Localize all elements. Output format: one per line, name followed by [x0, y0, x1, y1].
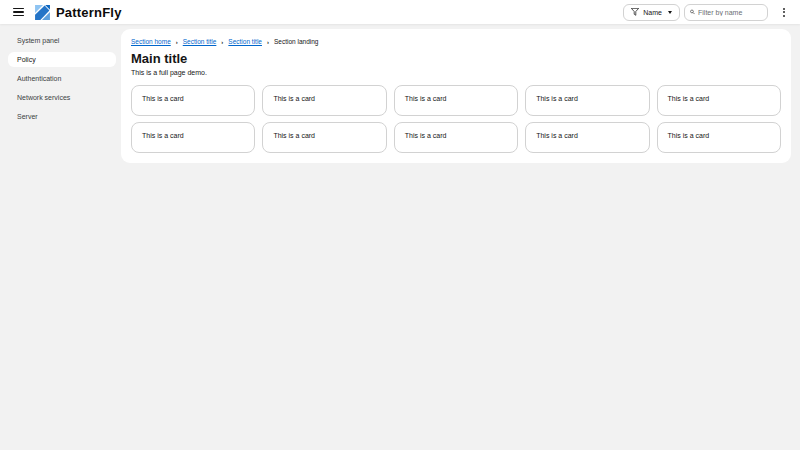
breadcrumb-separator-icon: › — [267, 39, 269, 45]
sidebar-item-authentication[interactable]: Authentication — [0, 69, 116, 88]
sidebar-item-policy[interactable]: Policy — [8, 52, 116, 67]
search-field — [684, 4, 768, 21]
breadcrumb-link-section-title-2[interactable]: Section title — [228, 38, 262, 45]
kebab-menu-button[interactable] — [780, 5, 788, 20]
sidebar-item-server[interactable]: Server — [0, 107, 116, 126]
caret-down-icon — [668, 11, 672, 14]
card: This is a card — [262, 85, 386, 116]
sidebar-item-system-panel[interactable]: System panel — [0, 31, 116, 50]
card-grid: This is a card This is a card This is a … — [131, 85, 781, 153]
breadcrumb: Section home › Section title › Section t… — [131, 37, 781, 46]
card-text: This is a card — [668, 132, 710, 139]
card: This is a card — [525, 85, 649, 116]
brand-title: PatternFly — [56, 5, 122, 20]
filter-dropdown-label: Name — [643, 9, 662, 16]
card: This is a card — [131, 122, 255, 153]
sidebar-item-label: Authentication — [17, 75, 61, 82]
sidebar-item-network-services[interactable]: Network services — [0, 88, 116, 107]
search-icon — [690, 8, 695, 16]
sidebar-item-label: System panel — [17, 37, 59, 44]
filter-funnel-icon — [631, 8, 639, 16]
card: This is a card — [525, 122, 649, 153]
breadcrumb-link-section-title-1[interactable]: Section title — [183, 38, 217, 45]
card-text: This is a card — [405, 132, 447, 139]
card: This is a card — [394, 85, 518, 116]
filter-dropdown-button[interactable]: Name — [623, 4, 680, 21]
page-title: Main title — [131, 51, 781, 66]
breadcrumb-separator-icon: › — [176, 39, 178, 45]
card-text: This is a card — [536, 132, 578, 139]
nav-toggle-button[interactable] — [11, 5, 26, 20]
search-input[interactable] — [698, 9, 762, 16]
card: This is a card — [262, 122, 386, 153]
masthead-brand-group: PatternFly — [11, 4, 122, 21]
sidebar-item-label: Server — [17, 113, 38, 120]
hamburger-icon — [13, 8, 24, 9]
breadcrumb-current-item: Section landing — [274, 38, 318, 45]
masthead: PatternFly Name — [0, 0, 800, 24]
sidebar-item-label: Network services — [17, 94, 70, 101]
sidebar-item-label: Policy — [17, 56, 36, 63]
sidebar-nav: System panel Policy Authentication Netwo… — [0, 24, 121, 450]
breadcrumb-link-section-home[interactable]: Section home — [131, 38, 171, 45]
kebab-icon — [783, 8, 785, 10]
page-subtitle: This is a full page demo. — [131, 69, 781, 76]
card-text: This is a card — [273, 132, 315, 139]
card-text: This is a card — [536, 95, 578, 102]
page-content-panel: Section home › Section title › Section t… — [121, 29, 791, 163]
card-text: This is a card — [142, 132, 184, 139]
card-text: This is a card — [405, 95, 447, 102]
card: This is a card — [657, 85, 781, 116]
card: This is a card — [657, 122, 781, 153]
card-text: This is a card — [668, 95, 710, 102]
card: This is a card — [131, 85, 255, 116]
card: This is a card — [394, 122, 518, 153]
masthead-toolbar: Name — [623, 4, 788, 21]
patternfly-logo-icon — [34, 4, 51, 21]
card-text: This is a card — [142, 95, 184, 102]
card-text: This is a card — [273, 95, 315, 102]
breadcrumb-separator-icon: › — [221, 39, 223, 45]
brand: PatternFly — [34, 4, 122, 21]
